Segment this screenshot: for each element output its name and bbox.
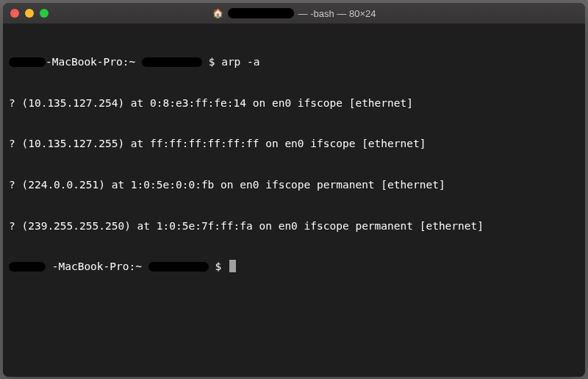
window-title: 🏠 — -bash — 80×24 [3,8,585,19]
prompt-symbol: $ [215,261,227,272]
close-icon[interactable] [10,9,19,18]
prompt-symbol: $ [209,56,221,68]
titlebar[interactable]: 🏠 — -bash — 80×24 [3,3,585,24]
output-line: ? (10.135.127.254) at 0:8:e3:ff:fe:14 on… [9,96,579,110]
redacted-text [228,8,294,18]
redacted-text [142,57,202,67]
terminal-body[interactable]: -MacBook-Pro:~ $ arp -a ? (10.135.127.25… [3,24,585,377]
output-line: ? (239.255.255.250) at 1:0:5e:7f:ff:fa o… [9,219,579,233]
redacted-text [9,57,46,67]
redacted-text [9,262,46,272]
command-text: arp -a [221,56,259,68]
prompt-line: -MacBook-Pro:~ $ arp -a [9,55,579,69]
prompt-host: -MacBook-Pro:~ [52,261,148,272]
cursor [229,260,236,272]
terminal-window: 🏠 — -bash — 80×24 -MacBook-Pro:~ $ arp -… [3,3,585,377]
title-text: — -bash — 80×24 [298,8,376,19]
output-line: ? (10.135.127.255) at ff:ff:ff:ff:ff:ff … [9,137,579,151]
maximize-icon[interactable] [40,9,49,18]
minimize-icon[interactable] [25,9,34,18]
traffic-lights [10,9,49,18]
home-icon: 🏠 [212,8,223,18]
prompt-line-empty: -MacBook-Pro:~ $ [9,260,579,274]
redacted-text [148,262,209,272]
prompt-host: -MacBook-Pro:~ [46,56,142,68]
output-line: ? (224.0.0.251) at 1:0:5e:0:0:fb on en0 … [9,178,579,192]
